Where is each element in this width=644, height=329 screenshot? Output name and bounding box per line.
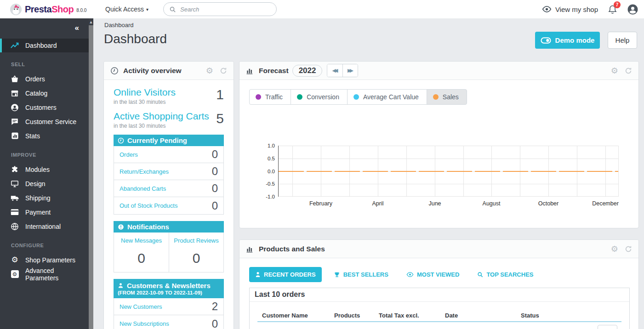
sidebar-item-label: Design <box>25 180 46 187</box>
activity-panel-header: Activity overview ⚙ <box>104 62 234 80</box>
column-header-status: Status <box>521 312 539 319</box>
sidebar-item-customer-service[interactable]: Customer Service <box>0 114 89 129</box>
view-my-shop-label: View my shop <box>555 6 598 13</box>
sidebar-item-payment[interactable]: Payment <box>0 205 89 219</box>
tab-sales[interactable]: Sales <box>427 89 467 105</box>
sidebar-collapse-button[interactable]: « <box>75 23 79 33</box>
payment-card-icon <box>10 208 19 217</box>
y-tick-label: -1.0 <box>266 194 275 199</box>
refresh-icon[interactable] <box>625 67 632 74</box>
gear-icon[interactable]: ⚙ <box>611 67 618 75</box>
search-input[interactable] <box>180 6 271 13</box>
sidebar-item-orders[interactable]: Orders <box>0 72 89 86</box>
new-customers-link[interactable]: New Customers <box>120 303 162 310</box>
sales-dot-icon <box>433 94 439 100</box>
orders-link[interactable]: Orders <box>120 151 138 158</box>
product-reviews-link[interactable]: Product Reviews <box>169 237 223 244</box>
last-orders-box: Last 10 orders Customer Name Products To… <box>249 288 630 329</box>
sidebar-item-shipping[interactable]: Shipping <box>0 191 89 205</box>
products-panel-title: Products and Sales <box>259 245 325 253</box>
next-year-button[interactable]: ▶▶ <box>342 64 358 77</box>
sidebar-item-label: Shop Parameters <box>25 256 75 264</box>
gear-icon[interactable]: ⚙ <box>206 67 213 75</box>
stats-bars-icon <box>10 131 19 141</box>
sidebar-item-label: Catalog <box>25 90 47 97</box>
tab-best-sellers[interactable]: BEST SELLERS <box>328 267 394 282</box>
sidebar-collapse-row: « <box>0 18 89 38</box>
tab-top-searches[interactable]: TOP SEARCHES <box>471 267 539 282</box>
sidebar-item-customers[interactable]: Customers <box>0 100 89 114</box>
catalog-store-icon <box>10 89 19 98</box>
prestashop-logo[interactable]: PrestaShop 8.0.0 <box>0 4 103 15</box>
new-customers-row: New Customers 2 <box>114 298 223 315</box>
out-of-stock-link[interactable]: Out of Stock Products <box>120 202 177 209</box>
new-subscriptions-link[interactable]: New Subscriptions <box>120 320 169 327</box>
gear-icon[interactable]: ⚙ <box>611 245 618 253</box>
sidebar-item-catalog[interactable]: Catalog <box>0 86 89 100</box>
column-header-date: Date <box>445 312 458 319</box>
clock-icon <box>110 67 119 75</box>
sidebar-item-advanced-parameters[interactable]: ⚙ Advanced Parameters <box>0 267 89 281</box>
sidebar-item-label: Stats <box>25 132 40 140</box>
tab-average-cart-value[interactable]: Average Cart Value <box>347 89 427 105</box>
dashboard-trend-icon <box>10 41 19 50</box>
previous-year-button[interactable]: ◀◀ <box>327 64 342 77</box>
online-visitors-subtitle: in the last 30 minutes <box>114 99 224 105</box>
orders-basket-icon <box>10 74 19 84</box>
tab-traffic[interactable]: Traffic <box>249 89 291 105</box>
sidebar-item-design[interactable]: Design <box>0 176 89 191</box>
sidebar-item-stats[interactable]: Stats <box>0 129 89 143</box>
returns-link[interactable]: Return/Exchanges <box>120 168 169 175</box>
tab-conversion[interactable]: Conversion <box>291 89 348 105</box>
bar-chart-icon <box>246 245 254 253</box>
products-and-sales-panel: Products and Sales ⚙ RECENT ORDERS <box>239 239 639 329</box>
refresh-icon[interactable] <box>625 245 632 253</box>
gridline <box>279 196 618 197</box>
x-tick-label: February <box>309 200 332 207</box>
active-carts-link[interactable]: Active Shopping Carts <box>114 111 224 122</box>
sidebar-item-label: International <box>25 223 61 230</box>
new-messages-link[interactable]: New Messages <box>114 237 169 244</box>
customers-rows: New Customers 2 New Subscriptions 0 <box>114 298 224 329</box>
sidebar-item-label: Customer Service <box>25 118 76 125</box>
sidebar-scrollbar[interactable]: ▲ <box>89 18 93 329</box>
y-tick-label: 1.0 <box>268 143 275 148</box>
help-button[interactable]: Help <box>608 32 637 49</box>
tab-best-sellers-label: BEST SELLERS <box>343 271 388 278</box>
demo-mode-button[interactable]: Demo mode <box>535 32 600 49</box>
sidebar-item-dashboard[interactable]: Dashboard <box>0 39 89 52</box>
y-tick-label: -0.5 <box>266 181 275 187</box>
user-avatar[interactable] <box>627 4 638 15</box>
refresh-icon[interactable] <box>220 67 227 74</box>
forecast-panel: Forecast 2022 ◀◀ ▶▶ ⚙ Traffic Conversion <box>239 61 639 228</box>
sidebar-item-international[interactable]: International <box>0 219 89 233</box>
pending-row-returns: Return/Exchanges 0 <box>114 163 223 180</box>
online-visitors-link[interactable]: Online Visitors <box>114 87 224 98</box>
orders-count: 0 <box>212 148 218 161</box>
view-my-shop-link[interactable]: View my shop <box>542 6 598 13</box>
shop-parameters-gear-icon: ⚙ <box>10 255 19 265</box>
table-header-underline <box>257 321 621 322</box>
active-carts-subtitle: in the last 30 minutes <box>114 123 224 129</box>
abandoned-carts-link[interactable]: Abandoned Carts <box>120 185 166 192</box>
search-icon <box>169 6 176 13</box>
scrollbar-up-arrow-icon[interactable]: ▲ <box>89 18 93 25</box>
order-details-button[interactable] <box>598 325 617 329</box>
trophy-icon <box>334 272 340 278</box>
tab-traffic-label: Traffic <box>265 93 283 101</box>
new-customers-count: 2 <box>212 300 218 313</box>
tab-top-searches-label: TOP SEARCHES <box>486 271 533 278</box>
sidebar-item-modules[interactable]: Modules <box>0 162 89 176</box>
tab-most-viewed-label: MOST VIEWED <box>417 271 459 278</box>
global-search[interactable] <box>163 2 277 16</box>
notifications-bell[interactable]: 7 <box>608 5 617 14</box>
customers-person-icon <box>10 103 19 112</box>
sidebar-item-shop-parameters[interactable]: ⚙ Shop Parameters <box>0 253 89 267</box>
quick-access-dropdown[interactable]: Quick Access ▾ <box>105 6 148 13</box>
tab-recent-orders[interactable]: RECENT ORDERS <box>249 267 322 282</box>
international-globe-icon <box>10 222 19 231</box>
tab-most-viewed[interactable]: MOST VIEWED <box>400 267 465 282</box>
pending-row-out-of-stock: Out of Stock Products 0 <box>114 197 223 214</box>
fast-forward-icon: ▶▶ <box>348 68 352 74</box>
products-tabs: RECENT ORDERS BEST SELLERS <box>249 267 540 282</box>
